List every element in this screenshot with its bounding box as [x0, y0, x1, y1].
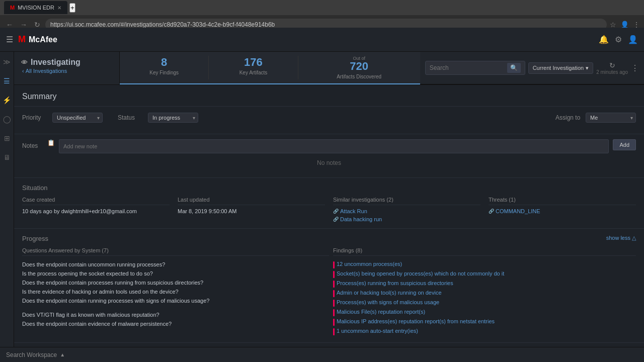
finding-bar-2 [333, 271, 335, 278]
settings-icon[interactable]: ⚙ [615, 35, 622, 44]
finding-4: Admin or hacking tool(s) running on devi… [333, 289, 636, 298]
question-gap [22, 305, 329, 310]
bottom-bar: Search Workspace ▲ [0, 347, 644, 362]
priority-label: Priority [22, 114, 47, 121]
sidebar-list-icon[interactable]: ☰ [1, 75, 13, 87]
ext-link-icon2: 🔗 [333, 217, 339, 222]
key-findings-count: 8 [123, 56, 205, 69]
finding-2: Socket(s) being opened by process(es) wh… [333, 269, 636, 279]
search-filter-bar: 🔍 Current Investigation ▾ ↻ 2 minutes ag… [420, 52, 644, 84]
add-note-button[interactable]: Add [613, 139, 636, 150]
notes-input[interactable] [59, 139, 609, 153]
sidebar-circle-icon[interactable]: ◯ [1, 113, 13, 125]
last-updated-value: Mar 8, 2019 9:50:00 AM [178, 208, 325, 214]
last-updated-header: Last updated [178, 197, 325, 205]
finding-8: 1 uncommon auto-start entry(ies) [333, 327, 636, 336]
more-options-button[interactable]: ⋮ [631, 63, 639, 73]
command-line-link[interactable]: 🔗 COMMAND_LINE [489, 208, 636, 214]
note-icon: 📋 [47, 139, 55, 146]
question-4: Is there evidence of hacking or admin to… [22, 287, 329, 296]
top-bar: ☰ M McAfee 🔔 ⚙ 👤 [0, 28, 644, 52]
key-artifacts-label: Key Artifacts [212, 70, 294, 75]
refresh-icon: ↻ [609, 61, 615, 69]
all-investigations-link[interactable]: ‹ All Investigations [21, 68, 112, 74]
case-created-value: 10 days ago by dwightmhill+edr10@gmail.c… [22, 208, 170, 214]
eye-icon: 👁 [21, 59, 28, 66]
status-label: Status [118, 114, 143, 121]
priority-select[interactable]: Unspecified [52, 113, 103, 123]
questions-header: Questions Answered by System (7) [22, 247, 329, 256]
finding-3: Process(es) running from suspicious dire… [333, 279, 636, 289]
tab-title: MVISION EDR [18, 5, 54, 11]
situation-title: Situation [22, 184, 636, 192]
key-artifacts-count: 176 [212, 56, 294, 69]
summary-section-header: Summary [14, 85, 644, 107]
question-5: Does the endpoint contain running proces… [22, 296, 329, 305]
artifacts-discovered-stat[interactable]: Out of 720 Artifacts Discovered [298, 52, 420, 84]
finding-5: Process(es) with signs of malicious usag… [333, 298, 636, 308]
progress-section: Progress show less △ Questions Answered … [14, 229, 644, 343]
finding-6: Malicious File(s) reputation report(s) [333, 308, 636, 317]
notes-section: Notes 📋 Add No notes [14, 134, 644, 178]
new-tab-button[interactable]: + [69, 3, 75, 13]
case-created-header: Case created [22, 197, 170, 205]
search-workspace-button[interactable]: Search Workspace ▲ [6, 351, 65, 358]
sidebar-graph-icon[interactable]: ⚡ [1, 94, 13, 106]
question-2: Is the process opening the socket expect… [22, 269, 329, 278]
finding-1: 12 uncommon process(es) [333, 260, 636, 269]
artifacts-label: Artifacts Discovered [301, 74, 417, 79]
artifacts-count: 720 [301, 60, 417, 73]
show-less-button[interactable]: show less △ [606, 235, 636, 242]
progress-title: Progress [22, 235, 48, 242]
search-button[interactable]: 🔍 [507, 63, 521, 73]
summary-title: Summary [22, 92, 56, 101]
ext-link-icon3: 🔗 [489, 209, 494, 214]
findings-header: Findings (8) [333, 247, 636, 256]
question-3: Does the endpoint contain processes runn… [22, 278, 329, 287]
mcafee-logo: M McAfee [18, 34, 57, 45]
sidebar-monitor-icon[interactable]: 🖥 [1, 151, 13, 163]
sidebar-expand-icon[interactable]: ≫ [1, 56, 13, 68]
threats-header: Threats (1) [489, 197, 636, 205]
tab-favicon: M [10, 5, 15, 11]
refresh-time: 2 minutes ago [596, 69, 628, 75]
dropdown-chevron-icon: ▾ [586, 65, 589, 71]
bell-icon[interactable]: 🔔 [599, 35, 609, 44]
finding-7: Malicious IP address(es) reputation repo… [333, 317, 636, 327]
hamburger-icon[interactable]: ☰ [6, 35, 13, 44]
finding-bar-6 [333, 309, 335, 316]
assign-to-label: Assign to [555, 114, 581, 121]
ext-link-icon: 🔗 [333, 209, 339, 214]
investigation-filter-dropdown[interactable]: Current Investigation ▾ [528, 62, 594, 74]
finding-bar-5 [333, 300, 335, 307]
refresh-area[interactable]: ↻ 2 minutes ago [596, 61, 628, 75]
question-1: Does the endpoint contain uncommon runni… [22, 260, 329, 269]
mcafee-logo-text: McAfee [29, 35, 57, 44]
data-hacking-run-link[interactable]: 🔗 Data hacking run [333, 216, 480, 222]
question-6: Does VT/GTI flag it as known with malici… [22, 310, 329, 319]
entities-section: Entities show all △ Investigated Entitie… [14, 343, 644, 347]
key-findings-stat[interactable]: 8 Key Findings [120, 52, 208, 84]
content-area: Summary Priority Unspecified [14, 85, 644, 347]
assign-to-select[interactable]: Me [586, 113, 636, 123]
status-select[interactable]: In progress [148, 113, 198, 123]
chevron-left-icon: ‹ [22, 68, 24, 74]
mcafee-logo-icon: M [18, 34, 26, 45]
investigating-title: Investigating [31, 58, 80, 67]
tab-close-button[interactable]: ✕ [57, 5, 61, 11]
key-artifacts-stat[interactable]: 176 Key Artifacts [209, 52, 297, 84]
summary-form: Priority Unspecified Status [14, 107, 644, 134]
attack-run-link[interactable]: 🔗 Attack Run [333, 208, 480, 214]
notes-label: Notes [22, 139, 42, 149]
finding-bar-4 [333, 290, 335, 297]
situation-section: Situation Case created 10 days ago by dw… [14, 178, 644, 229]
question-7: Does the endpoint contain evidence of ma… [22, 319, 329, 328]
sidebar-grid-icon[interactable]: ⊞ [1, 132, 13, 144]
search-box: 🔍 [425, 61, 525, 75]
browser-tab[interactable]: M MVISION EDR ✕ [4, 1, 67, 14]
search-input[interactable] [430, 64, 505, 71]
finding-bar-7 [333, 319, 335, 326]
sidebar: ≫ ☰ ⚡ ◯ ⊞ 🖥 [0, 52, 14, 347]
user-icon[interactable]: 👤 [628, 35, 638, 44]
search-workspace-label: Search Workspace [6, 351, 57, 358]
